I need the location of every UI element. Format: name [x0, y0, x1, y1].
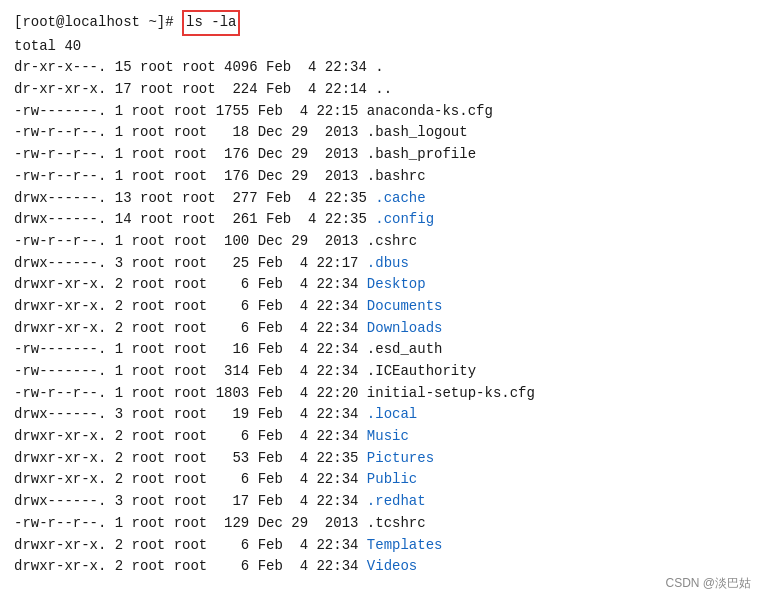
terminal-line: drwxr-xr-x. 2 root root 6 Feb 4 22:34 Te… [14, 535, 749, 557]
terminal-line: -rw-r--r--. 1 root root 18 Dec 29 2013 .… [14, 122, 749, 144]
filename: .redhat [367, 491, 426, 513]
line-text: -rw-r--r--. 1 root root 1803 Feb 4 22:20… [14, 383, 535, 405]
line-prefix: drwx------. 13 root root 277 Feb 4 22:35 [14, 188, 375, 210]
filename: .dbus [367, 253, 409, 275]
command-line: [root@localhost ~]# ls -la [14, 10, 749, 36]
terminal-line: drwxr-xr-x. 2 root root 6 Feb 4 22:34 De… [14, 274, 749, 296]
terminal-line: drwx------. 3 root root 17 Feb 4 22:34 .… [14, 491, 749, 513]
line-prefix: drwx------. 3 root root 25 Feb 4 22:17 [14, 253, 367, 275]
filename: .config [375, 209, 434, 231]
terminal-line: drwxr-xr-x. 2 root root 6 Feb 4 22:34 Do… [14, 296, 749, 318]
command-highlight: ls -la [182, 10, 240, 36]
line-text: total 40 [14, 36, 81, 58]
filename: Videos [367, 556, 417, 578]
line-text: dr-xr-x---. 15 root root 4096 Feb 4 22:3… [14, 57, 384, 79]
terminal-line: drwxr-xr-x. 2 root root 6 Feb 4 22:34 Vi… [14, 556, 749, 578]
terminal-line: -rw-r--r--. 1 root root 176 Dec 29 2013 … [14, 144, 749, 166]
line-prefix: drwxr-xr-x. 2 root root 6 Feb 4 22:34 [14, 535, 367, 557]
filename: Music [367, 426, 409, 448]
line-text: -rw-r--r--. 1 root root 129 Dec 29 2013 … [14, 513, 426, 535]
line-prefix: drwxr-xr-x. 2 root root 6 Feb 4 22:34 [14, 296, 367, 318]
watermark: CSDN @淡巴姑 [665, 575, 751, 592]
line-prefix: drwxr-xr-x. 2 root root 6 Feb 4 22:34 [14, 556, 367, 578]
line-text: -rw-r--r--. 1 root root 176 Dec 29 2013 … [14, 166, 426, 188]
terminal-line: drwx------. 14 root root 261 Feb 4 22:35… [14, 209, 749, 231]
terminal-line: -rw-r--r--. 1 root root 176 Dec 29 2013 … [14, 166, 749, 188]
filename: Desktop [367, 274, 426, 296]
terminal-line: -rw-------. 1 root root 314 Feb 4 22:34 … [14, 361, 749, 383]
line-prefix: drwxr-xr-x. 2 root root 6 Feb 4 22:34 [14, 469, 367, 491]
line-prefix: drwxr-xr-x. 2 root root 6 Feb 4 22:34 [14, 274, 367, 296]
filename: Public [367, 469, 417, 491]
line-prefix: drwxr-xr-x. 2 root root 6 Feb 4 22:34 [14, 426, 367, 448]
line-text: -rw-------. 1 root root 314 Feb 4 22:34 … [14, 361, 476, 383]
line-prefix: drwx------. 3 root root 17 Feb 4 22:34 [14, 491, 367, 513]
terminal-line: total 40 [14, 36, 749, 58]
terminal-line: drwx------. 3 root root 25 Feb 4 22:17 .… [14, 253, 749, 275]
line-text: -rw-------. 1 root root 16 Feb 4 22:34 .… [14, 339, 442, 361]
terminal-window: [root@localhost ~]# ls -la total 40dr-xr… [0, 0, 763, 588]
filename: .cache [375, 188, 425, 210]
filename: Downloads [367, 318, 443, 340]
line-prefix: drwxr-xr-x. 2 root root 53 Feb 4 22:35 [14, 448, 367, 470]
line-prefix: drwx------. 14 root root 261 Feb 4 22:35 [14, 209, 375, 231]
terminal-line: drwxr-xr-x. 2 root root 6 Feb 4 22:34 Do… [14, 318, 749, 340]
terminal-line: drwx------. 13 root root 277 Feb 4 22:35… [14, 188, 749, 210]
terminal-line: drwxr-xr-x. 2 root root 53 Feb 4 22:35 P… [14, 448, 749, 470]
prompt: [root@localhost ~]# [14, 12, 182, 34]
terminal-line: dr-xr-xr-x. 17 root root 224 Feb 4 22:14… [14, 79, 749, 101]
terminal-line: drwxr-xr-x. 2 root root 6 Feb 4 22:34 Pu… [14, 469, 749, 491]
filename: Templates [367, 535, 443, 557]
line-text: -rw-r--r--. 1 root root 176 Dec 29 2013 … [14, 144, 476, 166]
terminal-line: -rw-------. 1 root root 1755 Feb 4 22:15… [14, 101, 749, 123]
terminal-line: dr-xr-x---. 15 root root 4096 Feb 4 22:3… [14, 57, 749, 79]
terminal-line: -rw-------. 1 root root 16 Feb 4 22:34 .… [14, 339, 749, 361]
filename: .local [367, 404, 417, 426]
terminal-line: -rw-r--r--. 1 root root 100 Dec 29 2013 … [14, 231, 749, 253]
filename: Documents [367, 296, 443, 318]
terminal-line: drwx------. 3 root root 19 Feb 4 22:34 .… [14, 404, 749, 426]
line-prefix: drwx------. 3 root root 19 Feb 4 22:34 [14, 404, 367, 426]
line-text: -rw-r--r--. 1 root root 18 Dec 29 2013 .… [14, 122, 468, 144]
terminal-line: -rw-r--r--. 1 root root 129 Dec 29 2013 … [14, 513, 749, 535]
terminal-line: -rw-r--r--. 1 root root 1803 Feb 4 22:20… [14, 383, 749, 405]
line-text: dr-xr-xr-x. 17 root root 224 Feb 4 22:14… [14, 79, 392, 101]
line-text: -rw-------. 1 root root 1755 Feb 4 22:15… [14, 101, 493, 123]
line-text: -rw-r--r--. 1 root root 100 Dec 29 2013 … [14, 231, 417, 253]
filename: Pictures [367, 448, 434, 470]
terminal-line: drwxr-xr-x. 2 root root 6 Feb 4 22:34 Mu… [14, 426, 749, 448]
line-prefix: drwxr-xr-x. 2 root root 6 Feb 4 22:34 [14, 318, 367, 340]
